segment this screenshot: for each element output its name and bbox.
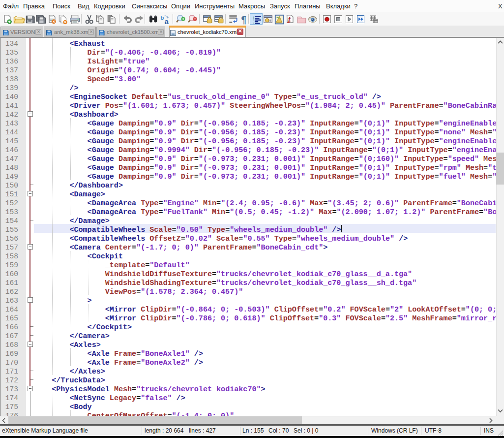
svg-text:a: a [165,17,169,25]
svg-text:¶: ¶ [241,14,246,25]
svg-text:b: b [160,14,164,21]
